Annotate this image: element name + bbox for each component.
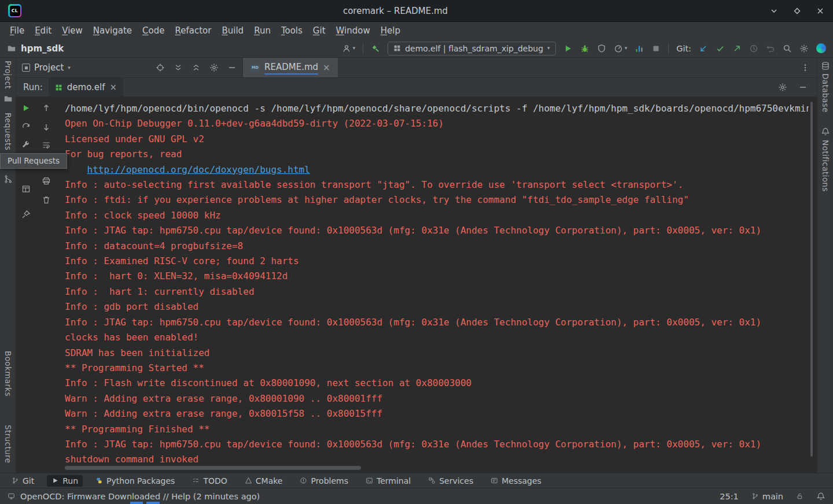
- run-configuration-selector[interactable]: demo.elf | flash_sdram_xip_debug ▾: [388, 42, 555, 55]
- notifications-bell-icon[interactable]: [816, 492, 825, 501]
- tool-button-problems[interactable]: Problems: [295, 475, 353, 487]
- markdown-file-icon: MD: [250, 64, 260, 72]
- tool-button-run[interactable]: Run: [47, 475, 83, 487]
- minimize-button[interactable]: [769, 6, 779, 16]
- tab-options-button[interactable]: [801, 63, 810, 72]
- stripe-button-notifications[interactable]: Notifications: [821, 140, 830, 192]
- tool-button-messages[interactable]: Messages: [486, 475, 546, 487]
- menu-git[interactable]: Git: [308, 24, 331, 38]
- project-panel-title[interactable]: Project: [34, 62, 64, 73]
- tool-button-services[interactable]: Services: [423, 475, 478, 487]
- hide-panel-button[interactable]: [227, 63, 237, 72]
- profiler-button[interactable]: ▾: [614, 44, 628, 53]
- console-output: /home/lyf/hpm/openocd/bin/openocd -s /ho…: [65, 101, 809, 462]
- pull-requests-merge-icon[interactable]: [3, 175, 13, 184]
- maximize-button[interactable]: [793, 6, 802, 16]
- toolbar-divider: [668, 43, 669, 54]
- expand-all-button[interactable]: [174, 63, 183, 72]
- tool-button-python-packages[interactable]: Python Packages: [91, 475, 179, 487]
- avatar-icon[interactable]: [816, 43, 826, 53]
- next-occurrence-button[interactable]: [41, 122, 51, 132]
- notifications-bell-icon[interactable]: [821, 127, 830, 136]
- run-tab-close-icon[interactable]: ×: [110, 83, 117, 92]
- menu-window[interactable]: Window: [331, 24, 375, 38]
- run-button[interactable]: [563, 44, 573, 53]
- branch-name: main: [762, 492, 783, 501]
- stripe-button-pull-requests[interactable]: Requests: [3, 113, 13, 150]
- run-panel-hide-button[interactable]: [798, 83, 808, 92]
- tool-button-todo[interactable]: TODO: [187, 475, 231, 487]
- lock-icon[interactable]: [796, 492, 803, 500]
- tool-button-label: Problems: [311, 476, 348, 486]
- stripe-button-bookmarks[interactable]: Bookmarks: [3, 351, 13, 396]
- terminal-icon: [366, 477, 373, 484]
- stripe-button-structure[interactable]: Structure: [3, 425, 13, 463]
- run-tab-demo-elf[interactable]: demo.elf ×: [49, 78, 123, 97]
- menu-file[interactable]: File: [5, 24, 30, 38]
- play-icon: [21, 103, 31, 113]
- tool-button-cmake[interactable]: CMake: [240, 475, 288, 487]
- user-dropdown[interactable]: ▾: [342, 44, 356, 53]
- stripe-button-project[interactable]: Project: [3, 61, 13, 89]
- git-commit-button[interactable]: [716, 44, 725, 53]
- debug-button[interactable]: [580, 44, 589, 53]
- editor-tab-close-icon[interactable]: ×: [323, 64, 330, 72]
- tooltip-pull-requests: Pull Requests: [0, 153, 67, 169]
- horizontal-scrollbar[interactable]: [65, 466, 361, 470]
- panel-settings-button[interactable]: [209, 63, 219, 72]
- restart-button[interactable]: [21, 122, 31, 132]
- collapse-all-button[interactable]: [191, 63, 201, 72]
- pin-tab-button[interactable]: [21, 209, 31, 219]
- console-line: Info : datacount=4 progbufsize=8: [65, 239, 809, 254]
- tool-button-git[interactable]: Git: [7, 475, 39, 487]
- customize-view-button[interactable]: [21, 140, 31, 150]
- build-hammer-button[interactable]: [371, 44, 380, 53]
- problems-icon: [300, 477, 307, 484]
- chevron-down-icon[interactable]: ▾: [68, 65, 71, 71]
- menu-refactor[interactable]: Refactor: [170, 24, 217, 38]
- stripe-button-database[interactable]: Database: [821, 73, 830, 113]
- clear-all-button[interactable]: [41, 195, 51, 205]
- run-panel-settings-button[interactable]: [778, 83, 787, 92]
- arrow-up-icon: [42, 103, 51, 113]
- run-with-profiler-button[interactable]: [635, 44, 644, 53]
- settings-gear-button[interactable]: [799, 44, 809, 53]
- stop-button[interactable]: [651, 44, 661, 53]
- select-opened-file-button[interactable]: [156, 63, 165, 72]
- menu-edit[interactable]: Edit: [30, 24, 57, 38]
- git-branch-widget[interactable]: main: [751, 492, 783, 501]
- menu-view[interactable]: View: [57, 24, 88, 38]
- menu-help[interactable]: Help: [375, 24, 406, 38]
- close-button[interactable]: [816, 6, 825, 16]
- console-link[interactable]: http://openocd.org/doc/doxygen/bugs.html: [87, 164, 310, 175]
- search-everywhere-button[interactable]: [783, 44, 792, 53]
- soft-wrap-button[interactable]: [41, 140, 51, 150]
- status-message[interactable]: OpenOCD: Firmware Downloaded // Help (2 …: [20, 492, 260, 501]
- caret-position[interactable]: 25:1: [720, 492, 739, 501]
- layout-settings-button[interactable]: [21, 184, 31, 194]
- menu-tools[interactable]: Tools: [276, 24, 308, 38]
- git-update-button[interactable]: [699, 44, 708, 53]
- printer-icon: [42, 176, 51, 186]
- folder-icon[interactable]: [3, 94, 13, 103]
- tool-button-terminal[interactable]: Terminal: [361, 475, 415, 487]
- print-button[interactable]: [41, 176, 51, 186]
- prev-occurrence-button[interactable]: [41, 103, 51, 113]
- menu-navigate[interactable]: Navigate: [88, 24, 137, 38]
- menu-code[interactable]: Code: [137, 24, 169, 38]
- tool-button-label: Run: [62, 476, 78, 486]
- git-rollback-button[interactable]: [766, 44, 775, 53]
- editor-tab-readme[interactable]: MD README.md ×: [243, 58, 338, 77]
- database-icon[interactable]: [821, 61, 830, 71]
- menu-run[interactable]: Run: [249, 24, 276, 38]
- editor-tab-label: README.md: [264, 61, 318, 75]
- coverage-button[interactable]: [597, 44, 606, 53]
- rerun-button[interactable]: [21, 103, 31, 113]
- project-name[interactable]: hpm_sdk: [21, 43, 64, 54]
- git-history-button[interactable]: [749, 44, 758, 53]
- vertical-scrollbar[interactable]: [810, 102, 813, 457]
- editor-tab-strip: MD README.md ×: [243, 58, 817, 77]
- console-line: Info : ftdi: if you experience problems …: [65, 192, 809, 207]
- git-push-button[interactable]: [732, 44, 742, 53]
- menu-build[interactable]: Build: [216, 24, 249, 38]
